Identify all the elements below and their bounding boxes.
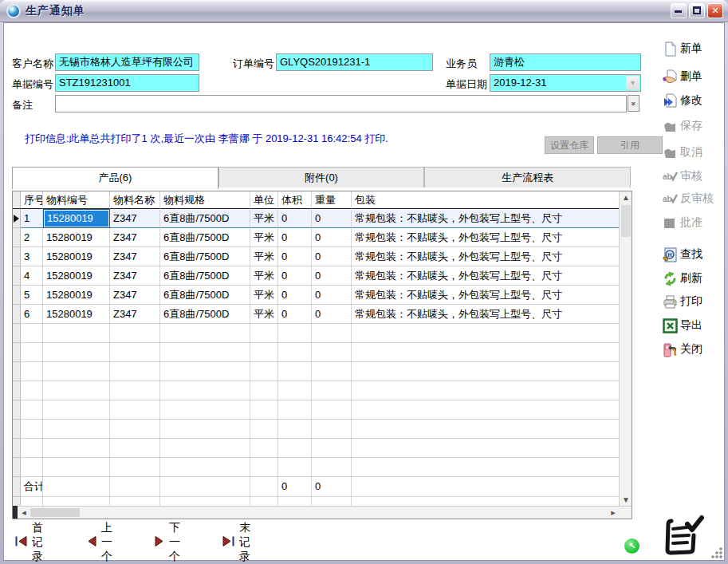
- empty-cell[interactable]: [43, 420, 110, 439]
- empty-cell[interactable]: [250, 439, 278, 458]
- empty-cell[interactable]: [110, 324, 160, 343]
- close-button[interactable]: 关闭: [663, 341, 702, 357]
- empty-cell[interactable]: [352, 343, 627, 362]
- cell-packing[interactable]: 常规包装：不贴唛头，外包装写上型号、尺寸: [352, 247, 627, 266]
- empty-cell[interactable]: [278, 343, 312, 362]
- empty-cell[interactable]: [110, 381, 160, 400]
- cell-weight[interactable]: 0: [312, 286, 352, 305]
- cell-spec[interactable]: 6直8曲/7500D: [160, 305, 250, 324]
- cell-name[interactable]: Z347: [110, 305, 160, 324]
- cell-volume[interactable]: 0: [278, 266, 312, 286]
- column-header[interactable]: 物料名称: [110, 191, 160, 209]
- last-record-button[interactable]: 末记录: [222, 521, 250, 564]
- cell-unit[interactable]: 平米: [250, 209, 278, 228]
- total-cell-code[interactable]: [43, 477, 110, 497]
- cell-spec[interactable]: 6直8曲/7500D: [160, 247, 250, 266]
- total-cell-seq[interactable]: 合计: [21, 477, 43, 497]
- close-button[interactable]: ✕: [707, 3, 723, 18]
- empty-cell[interactable]: [21, 381, 43, 400]
- empty-cell[interactable]: [250, 400, 278, 420]
- empty-cell[interactable]: [110, 439, 160, 458]
- remark-input[interactable]: [55, 95, 627, 112]
- cell-code[interactable]: 15280019: [43, 286, 110, 305]
- table-row[interactable]: 515280019Z3476直8曲/7500D平米00常规包装：不贴唛头，外包装…: [13, 286, 619, 305]
- refresh-button[interactable]: 刷新: [663, 270, 702, 286]
- scroll-down-icon[interactable]: ▼: [620, 494, 632, 507]
- empty-cell[interactable]: [21, 362, 43, 381]
- cell-spec[interactable]: 6直8曲/7500D: [160, 266, 250, 286]
- cell-code[interactable]: 15280019: [43, 247, 110, 266]
- cell-seq[interactable]: 6: [21, 305, 43, 324]
- cell-weight[interactable]: 0: [312, 228, 352, 247]
- grid-header-row[interactable]: 序号物料编号物料名称物料规格单位体积重量包装: [13, 191, 619, 209]
- empty-cell[interactable]: [312, 439, 352, 458]
- empty-cell[interactable]: [352, 420, 627, 439]
- empty-row[interactable]: [13, 381, 619, 400]
- scroll-right-icon[interactable]: ▸: [607, 507, 620, 519]
- empty-cell[interactable]: [110, 400, 160, 420]
- empty-cell[interactable]: [110, 362, 160, 381]
- empty-cell[interactable]: [352, 400, 627, 420]
- empty-cell[interactable]: [352, 362, 627, 381]
- empty-row[interactable]: [13, 458, 619, 477]
- cell-name[interactable]: Z347: [110, 209, 160, 228]
- empty-cell[interactable]: [278, 420, 312, 439]
- empty-cell[interactable]: [43, 381, 110, 400]
- cell-name[interactable]: Z347: [110, 228, 160, 247]
- empty-cell[interactable]: [21, 420, 43, 439]
- table-row[interactable]: 315280019Z3476直8曲/7500D平米00常规包装：不贴唛头，外包装…: [13, 247, 619, 266]
- column-header[interactable]: 物料编号: [43, 191, 110, 209]
- empty-cell[interactable]: [278, 362, 312, 381]
- chevron-down-icon[interactable]: ▾: [626, 76, 639, 90]
- column-header[interactable]: 体积: [278, 191, 312, 209]
- empty-cell[interactable]: [250, 420, 278, 439]
- titlebar[interactable]: 生产通知单 ✕: [0, 0, 728, 22]
- empty-cell[interactable]: [110, 343, 160, 362]
- empty-cell[interactable]: [43, 458, 110, 477]
- total-cell-volume[interactable]: 0: [278, 477, 312, 497]
- cell-packing[interactable]: 常规包装：不贴唛头，外包装写上型号、尺寸: [352, 209, 627, 228]
- empty-cell[interactable]: [278, 458, 312, 477]
- table-row[interactable]: 615280019Z3476直8曲/7500D平米00常规包装：不贴唛头，外包装…: [13, 305, 619, 324]
- cell-spec[interactable]: 6直8曲/7500D: [160, 228, 250, 247]
- empty-cell[interactable]: [278, 324, 312, 343]
- empty-cell[interactable]: [312, 324, 352, 343]
- empty-cell[interactable]: [160, 381, 250, 400]
- empty-cell[interactable]: [312, 400, 352, 420]
- cell-spec[interactable]: 6直8曲/7500D: [160, 286, 250, 305]
- maximize-button[interactable]: [689, 3, 705, 18]
- order-no-input[interactable]: GLYQS20191231-1: [276, 53, 433, 71]
- empty-cell[interactable]: [21, 343, 43, 362]
- total-cell-spec[interactable]: [160, 477, 250, 497]
- tab-1[interactable]: 附件(0): [218, 167, 425, 187]
- scroll-up-icon[interactable]: ▲: [620, 191, 632, 204]
- cell-packing[interactable]: 常规包装：不贴唛头，外包装写上型号、尺寸: [352, 228, 627, 247]
- column-header[interactable]: 序号: [21, 191, 43, 209]
- cell-volume[interactable]: 0: [278, 209, 312, 228]
- column-header[interactable]: 物料规格: [160, 191, 250, 209]
- cell-seq[interactable]: 1: [21, 209, 43, 228]
- empty-cell[interactable]: [21, 324, 43, 343]
- empty-cell[interactable]: [110, 458, 160, 477]
- empty-cell[interactable]: [352, 439, 627, 458]
- empty-cell[interactable]: [21, 458, 43, 477]
- cell-seq[interactable]: 5: [21, 286, 43, 305]
- cell-unit[interactable]: 平米: [250, 286, 278, 305]
- cell-weight[interactable]: 0: [312, 209, 352, 228]
- total-cell-weight[interactable]: 0: [312, 477, 352, 497]
- cell-unit[interactable]: 平米: [250, 228, 278, 247]
- cell-name[interactable]: Z347: [110, 266, 160, 286]
- horizontal-scrollbar[interactable]: ◂ ▸: [13, 506, 632, 519]
- empty-cell[interactable]: [250, 458, 278, 477]
- column-header[interactable]: 单位: [250, 191, 278, 209]
- cell-seq[interactable]: 3: [21, 247, 43, 266]
- cell-code[interactable]: 15280019: [43, 266, 110, 286]
- first-record-button[interactable]: 首记录: [15, 521, 43, 564]
- empty-row[interactable]: [13, 343, 619, 362]
- cell-volume[interactable]: 0: [278, 247, 312, 266]
- empty-cell[interactable]: [160, 324, 250, 343]
- minimize-button[interactable]: [671, 3, 687, 18]
- cell-weight[interactable]: 0: [312, 266, 352, 286]
- customer-input[interactable]: 无锡市格林人造草坪有限公司: [55, 53, 199, 71]
- cell-name[interactable]: Z347: [110, 247, 160, 266]
